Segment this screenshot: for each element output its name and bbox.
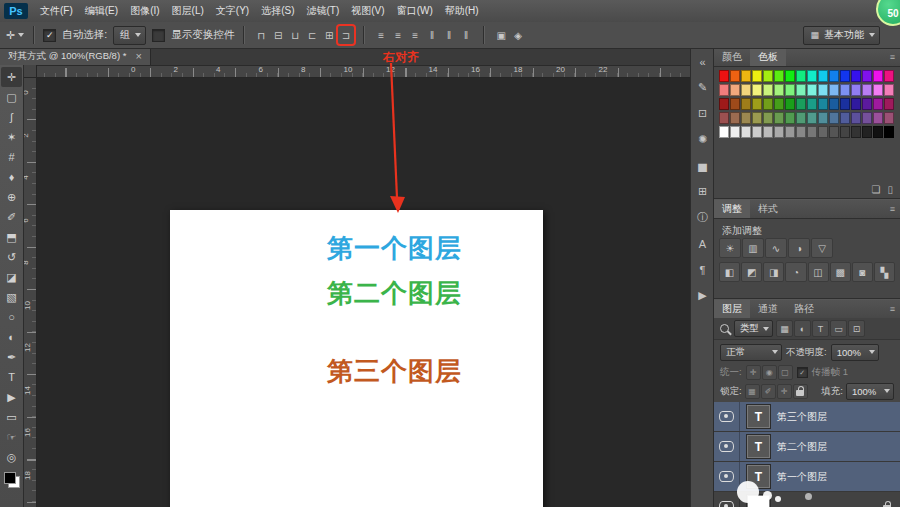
swatch[interactable] xyxy=(873,70,883,82)
menu-item[interactable]: 视图(V) xyxy=(345,0,390,22)
swatch[interactable] xyxy=(719,70,729,82)
canvas-area[interactable]: 第一个图层第二个图层第三个图层 xyxy=(36,77,690,507)
pen-tool[interactable]: ✒ xyxy=(1,347,22,367)
swatch[interactable] xyxy=(840,84,850,96)
layer-thumbnail[interactable]: T xyxy=(747,405,770,428)
swatch[interactable] xyxy=(730,126,740,138)
swatch[interactable] xyxy=(752,84,762,96)
swatch[interactable] xyxy=(785,70,795,82)
rectangle-tool[interactable]: ▭ xyxy=(1,407,22,427)
distribute-top-edges-button[interactable]: ≡ xyxy=(373,26,389,44)
lasso-tool[interactable]: ʃ xyxy=(1,107,22,127)
swatch[interactable] xyxy=(796,126,806,138)
color-swatch-widget[interactable] xyxy=(4,472,20,488)
swatch[interactable] xyxy=(829,112,839,124)
swatch[interactable] xyxy=(741,126,751,138)
clone-source-panel-icon[interactable]: ⊡ xyxy=(693,104,712,123)
clone-stamp-tool[interactable]: ⬒ xyxy=(1,227,22,247)
auto-select-target-select[interactable]: 组 xyxy=(113,26,146,45)
collapse-panels-icon[interactable]: « xyxy=(693,52,712,71)
horizontal-ruler[interactable]: 0246810121416182022 xyxy=(23,65,690,78)
history-brush-tool[interactable]: ↺ xyxy=(1,247,22,267)
swatch[interactable] xyxy=(884,98,894,110)
menu-item[interactable]: 编辑(E) xyxy=(79,0,124,22)
text-layer-3[interactable]: 第三个图层 xyxy=(327,354,462,389)
crop-tool[interactable]: # xyxy=(1,147,22,167)
swatch[interactable] xyxy=(851,84,861,96)
path-selection-tool[interactable]: ▶ xyxy=(1,387,22,407)
swatch[interactable] xyxy=(785,84,795,96)
document-tab[interactable]: 对其方式 @ 100%(RGB/8) * × xyxy=(0,48,151,65)
tab-颜色[interactable]: 颜色 xyxy=(714,48,750,66)
layer-row[interactable]: T第二个图层 xyxy=(714,432,900,462)
swatch[interactable] xyxy=(719,112,729,124)
filter-pixel-layers-icon[interactable]: ▦ xyxy=(776,320,793,337)
opacity-select[interactable]: 100% xyxy=(831,344,879,361)
align-vertical-centers-button[interactable]: ⊟ xyxy=(270,26,286,44)
distribute-right-edges-button[interactable]: ‖ xyxy=(458,26,474,44)
swatch[interactable] xyxy=(730,112,740,124)
swatch[interactable] xyxy=(763,126,773,138)
menu-item[interactable]: 图像(I) xyxy=(124,0,165,22)
swatch[interactable] xyxy=(851,98,861,110)
swatch[interactable] xyxy=(741,84,751,96)
swatch[interactable] xyxy=(730,84,740,96)
lock-transparent-pixels-icon[interactable]: ▦ xyxy=(745,384,760,399)
unify-style-icon[interactable]: ▢ xyxy=(778,365,793,380)
swatch[interactable] xyxy=(873,112,883,124)
swatch[interactable] xyxy=(840,98,850,110)
swatch[interactable] xyxy=(807,126,817,138)
levels-adjustment-icon[interactable]: ▥ xyxy=(742,238,764,258)
swatch[interactable] xyxy=(741,112,751,124)
swatch[interactable] xyxy=(873,98,883,110)
swatch[interactable] xyxy=(840,112,850,124)
auto-align-layers-button[interactable]: ▣ xyxy=(493,26,509,44)
delete-swatch-button[interactable]: ▯ xyxy=(887,184,893,195)
swatch[interactable] xyxy=(796,70,806,82)
photo-filter-adjustment-icon[interactable]: ◔ xyxy=(785,262,806,282)
swatch[interactable] xyxy=(796,84,806,96)
gradient-tool[interactable]: ▧ xyxy=(1,287,22,307)
filter-smart-objects-icon[interactable]: ⊡ xyxy=(848,320,865,337)
vibrance-adjustment-icon[interactable]: ▽ xyxy=(811,238,833,258)
brush-presets-panel-icon[interactable]: ✎ xyxy=(693,78,712,97)
text-layer-2[interactable]: 第二个图层 xyxy=(327,276,462,311)
swatch[interactable] xyxy=(873,126,883,138)
swatch[interactable] xyxy=(807,84,817,96)
blend-mode-select[interactable]: 正常 xyxy=(720,344,782,361)
swatch[interactable] xyxy=(763,84,773,96)
menu-item[interactable]: 选择(S) xyxy=(255,0,300,22)
rectangular-marquee-tool[interactable]: ▢ xyxy=(1,87,22,107)
layer-row[interactable]: T第三个图层 xyxy=(714,402,900,432)
brush-tool[interactable]: ✐ xyxy=(1,207,22,227)
menu-item[interactable]: 窗口(W) xyxy=(391,0,439,22)
swatch[interactable] xyxy=(840,126,850,138)
text-layer-1[interactable]: 第一个图层 xyxy=(327,231,462,266)
swatch[interactable] xyxy=(774,98,784,110)
swatch[interactable] xyxy=(829,126,839,138)
swatch[interactable] xyxy=(774,70,784,82)
invert-adjustment-icon[interactable]: ◙ xyxy=(852,262,873,282)
eyedropper-tool[interactable]: ♦ xyxy=(1,167,22,187)
styles-panel-icon[interactable]: ✺ xyxy=(693,130,712,149)
foreground-color-swatch[interactable] xyxy=(4,472,16,484)
swatch[interactable] xyxy=(829,70,839,82)
swatch[interactable] xyxy=(774,112,784,124)
channel-mixer-adjustment-icon[interactable]: ◫ xyxy=(808,262,829,282)
swatch[interactable] xyxy=(763,98,773,110)
swatch[interactable] xyxy=(752,126,762,138)
lock-all-icon[interactable] xyxy=(793,384,808,399)
distribute-vertical-centers-button[interactable]: ≡ xyxy=(390,26,406,44)
swatch[interactable] xyxy=(840,70,850,82)
tab-调整[interactable]: 调整 xyxy=(714,200,750,218)
tab-图层[interactable]: 图层 xyxy=(714,300,750,318)
swatch[interactable] xyxy=(862,126,872,138)
auto-select-checkbox[interactable]: ✓ xyxy=(43,29,56,42)
swatch[interactable] xyxy=(851,126,861,138)
tab-通道[interactable]: 通道 xyxy=(750,300,786,318)
panel-menu-icon[interactable]: ≡ xyxy=(890,48,900,66)
align-bottom-edges-button[interactable]: ⊔ xyxy=(287,26,303,44)
tab-色板[interactable]: 色板 xyxy=(750,48,786,66)
swatch[interactable] xyxy=(862,98,872,110)
blur-tool[interactable]: ○ xyxy=(1,307,22,327)
